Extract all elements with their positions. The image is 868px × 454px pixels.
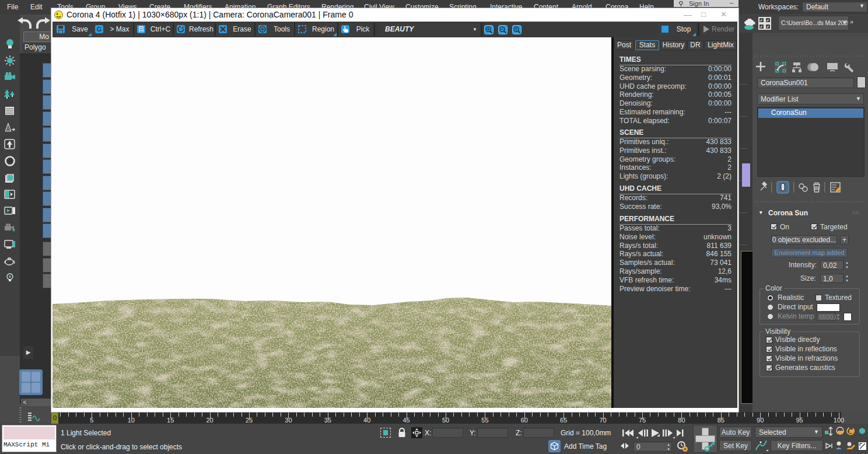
svg-text:G: G	[97, 26, 102, 33]
